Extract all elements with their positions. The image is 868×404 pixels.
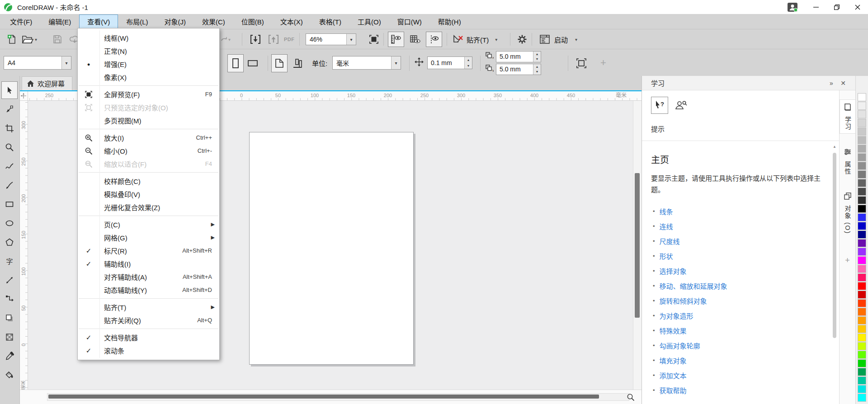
color-swatch-11[interactable] xyxy=(858,179,866,187)
shape-tool[interactable] xyxy=(1,100,18,118)
color-swatch-10[interactable] xyxy=(858,170,866,179)
duplicate-y-field[interactable]: 5.0 mm▲▼ xyxy=(496,64,541,75)
color-swatch-26[interactable] xyxy=(858,308,866,316)
all-pages-size-button[interactable] xyxy=(289,54,306,72)
menubar-item-9[interactable]: 表格(T) xyxy=(311,14,349,28)
menubar-item-5[interactable]: 对象(J) xyxy=(156,14,194,28)
learn-topic-link-4[interactable]: 形状 xyxy=(660,251,673,261)
view-menu-item-25[interactable]: 贴齐(T)▶ xyxy=(78,301,219,314)
landscape-button[interactable] xyxy=(245,54,261,72)
view-menu-item-20[interactable]: ✓标尺(R)Alt+Shift+R xyxy=(78,244,219,257)
view-menu-item-4[interactable]: 像素(X) xyxy=(78,70,219,84)
view-menu-item-18[interactable]: 页(C)▶ xyxy=(78,218,219,231)
menubar-item-12[interactable]: 帮助(H) xyxy=(430,14,469,28)
view-menu-item-26[interactable]: 贴齐关闭(Q)Alt+Q xyxy=(78,314,219,327)
current-page-size-button[interactable] xyxy=(271,54,288,72)
guidelines-visibility-toggle[interactable] xyxy=(426,32,442,47)
view-menu-item-15[interactable]: 模拟叠印(V) xyxy=(78,188,219,201)
color-swatch-23[interactable] xyxy=(858,282,866,290)
color-swatch-20[interactable] xyxy=(858,256,866,264)
launch-dropdown[interactable]: ▾ xyxy=(575,37,577,42)
docker-tab-2[interactable]: 属性 xyxy=(840,145,855,178)
panel-scroll-up[interactable]: ▲ xyxy=(832,145,837,151)
color-swatch-17[interactable] xyxy=(858,230,866,239)
learn-topic-link-13[interactable]: 获取帮助 xyxy=(660,385,687,395)
color-swatch-16[interactable] xyxy=(858,222,866,230)
zoom-level-combobox[interactable]: 46%▾ xyxy=(306,33,356,45)
close-docker-button[interactable]: ✕ xyxy=(837,80,849,87)
color-swatch-27[interactable] xyxy=(858,316,866,324)
horizontal-scrollbar[interactable] xyxy=(47,393,629,401)
color-swatch-3[interactable] xyxy=(858,110,866,118)
restore-button[interactable] xyxy=(826,0,847,14)
color-swatch-22[interactable] xyxy=(858,273,866,282)
drop-shadow-tool[interactable] xyxy=(1,309,18,327)
view-menu-item-8[interactable]: 多页视图(M) xyxy=(78,114,219,127)
portrait-button[interactable] xyxy=(227,54,244,72)
learn-topic-link-6[interactable]: 移动、缩放和延展对象 xyxy=(660,281,727,291)
treat-as-filled-button[interactable] xyxy=(573,54,590,72)
menubar-item-11[interactable]: 窗口(W) xyxy=(389,14,430,28)
color-swatch-29[interactable] xyxy=(858,334,866,342)
view-menu-item-10[interactable]: 放大(I)Ctrl++ xyxy=(78,131,219,144)
color-swatch-28[interactable] xyxy=(858,325,866,333)
view-menu-item-19[interactable]: 网格(G)▶ xyxy=(78,231,219,244)
menubar-item-4[interactable]: 布局(L) xyxy=(118,14,156,28)
color-swatch-12[interactable] xyxy=(858,188,866,196)
page-size-combobox[interactable]: A4▾ xyxy=(4,56,71,70)
panel-scroll-thumb[interactable] xyxy=(833,153,836,338)
view-menu-item-6[interactable]: 全屏预览(F)F9 xyxy=(78,88,219,101)
pick-tool[interactable] xyxy=(1,81,18,99)
docker-tab-1[interactable]: 学习 xyxy=(840,99,855,134)
color-swatch-32[interactable] xyxy=(858,359,866,367)
grid-visibility-toggle[interactable] xyxy=(407,32,423,47)
duplicate-y-spinner[interactable]: ▲▼ xyxy=(533,64,541,75)
rectangle-tool[interactable] xyxy=(1,195,18,213)
view-menu-item-28[interactable]: ✓文档导航器 xyxy=(78,331,219,344)
snap-menu-dropdown[interactable]: ▾ xyxy=(495,37,497,42)
color-swatch-4[interactable] xyxy=(858,119,866,127)
menubar-item-7[interactable]: 位图(B) xyxy=(233,14,272,28)
nudge-spinner[interactable]: ▲▼ xyxy=(464,57,472,69)
text-tool[interactable]: 字 xyxy=(1,252,18,270)
interactive-fill-tool[interactable] xyxy=(1,366,18,384)
color-swatch-36[interactable] xyxy=(858,394,866,402)
menubar-item-1[interactable]: 文件(F) xyxy=(2,14,40,28)
color-swatch-6[interactable] xyxy=(858,136,866,144)
learn-topic-link-9[interactable]: 特殊效果 xyxy=(660,326,687,335)
full-screen-preview-button[interactable] xyxy=(367,32,381,47)
zoom-tool[interactable] xyxy=(1,138,18,156)
color-swatch-13[interactable] xyxy=(858,196,866,204)
close-button[interactable] xyxy=(847,0,868,14)
view-menu-item-11[interactable]: 缩小(O)Ctrl+- xyxy=(78,144,219,157)
zoom-level-dropdown[interactable]: ▾ xyxy=(346,34,356,45)
view-menu-item-1[interactable]: 线框(W) xyxy=(78,31,219,44)
color-swatch-25[interactable] xyxy=(858,299,866,307)
color-swatch-33[interactable] xyxy=(858,368,866,376)
color-swatch-8[interactable] xyxy=(858,153,866,161)
learn-topic-link-1[interactable]: 线条 xyxy=(660,207,673,216)
connector-tool[interactable] xyxy=(1,290,18,308)
learn-topic-link-11[interactable]: 填充对象 xyxy=(660,356,687,365)
page-size-dropdown[interactable]: ▾ xyxy=(61,56,71,69)
import-button[interactable] xyxy=(249,32,262,47)
polygon-tool[interactable] xyxy=(1,233,18,251)
menubar-item-6[interactable]: 效果(C) xyxy=(194,14,233,28)
open-button[interactable] xyxy=(21,32,34,47)
vertical-scrollbar[interactable] xyxy=(633,101,642,390)
snap-menu-button[interactable]: 贴齐(T) xyxy=(467,35,489,44)
view-menu-item-21[interactable]: ✓辅助线(I) xyxy=(78,257,219,270)
color-swatch-21[interactable] xyxy=(858,265,866,273)
view-menu-item-22[interactable]: 对齐辅助线(A)Alt+Shift+A xyxy=(78,270,219,283)
view-menu-item-29[interactable]: ✓滚动条 xyxy=(78,344,219,357)
color-swatch-7[interactable] xyxy=(858,145,866,153)
color-swatch-19[interactable] xyxy=(858,248,866,256)
dimension-tool[interactable] xyxy=(1,271,18,289)
collapse-docker-button[interactable]: » xyxy=(826,80,837,87)
ellipse-tool[interactable] xyxy=(1,214,18,232)
add-docker-button[interactable]: + xyxy=(845,256,850,265)
open-dropdown[interactable]: ▾ xyxy=(35,37,37,42)
duplicate-x-field[interactable]: 5.0 mm▲▼ xyxy=(496,51,541,62)
docker-tab-3[interactable]: 对象 (O) xyxy=(840,189,855,237)
menubar-item-3[interactable]: 查看(V) xyxy=(79,14,118,28)
